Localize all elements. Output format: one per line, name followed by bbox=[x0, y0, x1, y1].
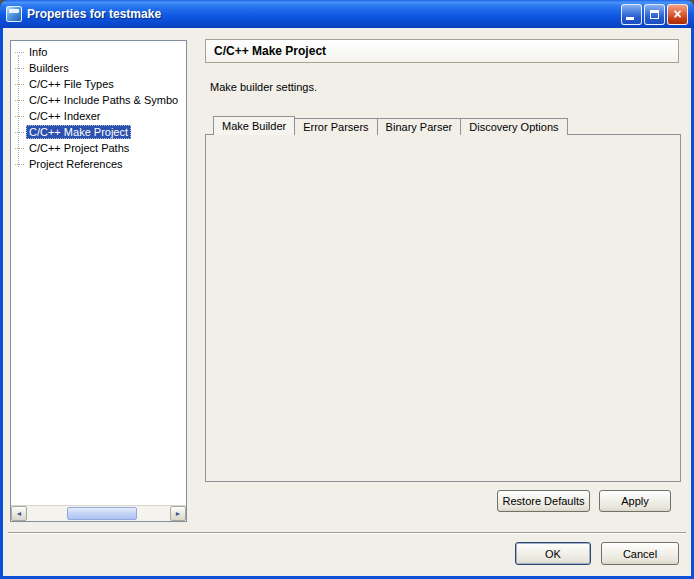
maximize-button[interactable] bbox=[644, 4, 665, 25]
tab-bar: Make Builder Error Parsers Binary Parser… bbox=[213, 116, 567, 135]
window-title: Properties for testmake bbox=[27, 7, 616, 21]
ok-button[interactable]: OK bbox=[515, 542, 591, 565]
tree-item-include-paths[interactable]: C/C++ Include Paths & Symbo bbox=[11, 92, 186, 108]
maximize-icon bbox=[650, 10, 659, 19]
tab-make-builder[interactable]: Make Builder bbox=[213, 116, 295, 135]
minimize-button[interactable] bbox=[621, 4, 642, 25]
window-controls: × bbox=[621, 4, 688, 25]
tree-item-file-types[interactable]: C/C++ File Types bbox=[11, 76, 186, 92]
restore-defaults-button[interactable]: Restore Defaults bbox=[497, 490, 590, 512]
properties-tree: Info Builders C/C++ File Types C/C++ Inc… bbox=[10, 40, 187, 522]
cancel-button[interactable]: Cancel bbox=[601, 542, 679, 565]
dialog-body: Info Builders C/C++ File Types C/C++ Inc… bbox=[3, 28, 691, 576]
scroll-right-icon[interactable]: ► bbox=[170, 506, 186, 521]
window-icon bbox=[6, 6, 22, 22]
scroll-left-icon[interactable]: ◄ bbox=[11, 506, 27, 521]
close-button[interactable]: × bbox=[667, 4, 688, 25]
tab-error-parsers[interactable]: Error Parsers bbox=[294, 118, 377, 135]
scrollbar-track[interactable] bbox=[27, 506, 170, 521]
tree-horizontal-scrollbar[interactable]: ◄ ► bbox=[11, 505, 186, 521]
tree-list: Info Builders C/C++ File Types C/C++ Inc… bbox=[11, 44, 186, 505]
title-bar[interactable]: Properties for testmake × bbox=[0, 0, 694, 28]
tab-discovery-options[interactable]: Discovery Options bbox=[460, 118, 567, 135]
minimize-icon bbox=[626, 17, 634, 20]
tree-item-builders[interactable]: Builders bbox=[11, 60, 186, 76]
tree-item-info[interactable]: Info bbox=[11, 44, 186, 60]
page-subtitle: Make builder settings. bbox=[210, 81, 317, 93]
tab-content-pane bbox=[205, 134, 681, 482]
scrollbar-thumb[interactable] bbox=[67, 507, 137, 520]
apply-button[interactable]: Apply bbox=[599, 490, 671, 512]
page-title: C/C++ Make Project bbox=[205, 39, 679, 63]
bottom-separator bbox=[8, 532, 686, 534]
tree-item-project-paths[interactable]: C/C++ Project Paths bbox=[11, 140, 186, 156]
properties-dialog: Properties for testmake × Info Builders … bbox=[0, 0, 694, 579]
tab-binary-parser[interactable]: Binary Parser bbox=[377, 118, 462, 135]
tree-item-project-references[interactable]: Project References bbox=[11, 156, 186, 172]
tree-item-indexer[interactable]: C/C++ Indexer bbox=[11, 108, 186, 124]
tree-item-make-project[interactable]: C/C++ Make Project bbox=[11, 124, 186, 140]
